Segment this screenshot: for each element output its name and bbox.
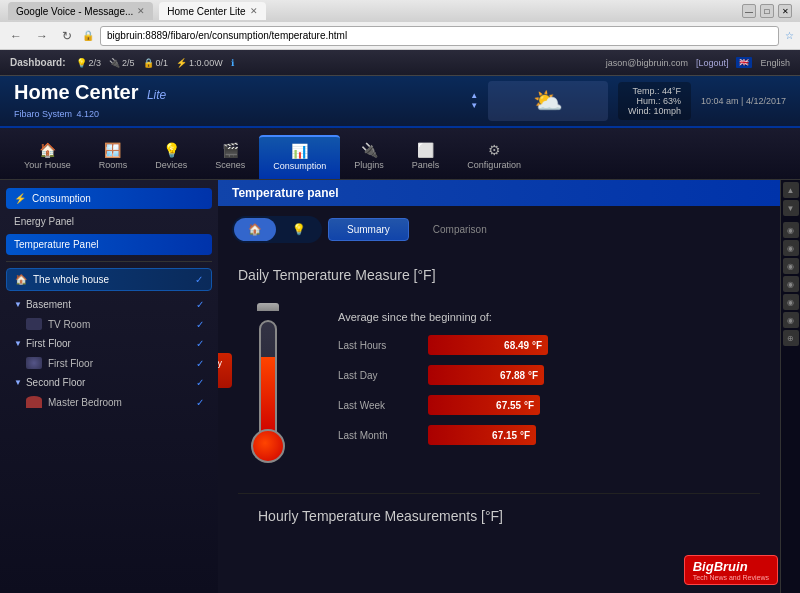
address-input[interactable] <box>100 26 779 46</box>
scroll-action-7[interactable]: ⊕ <box>783 330 799 346</box>
room-first-floor-header[interactable]: ▼ First Floor ✓ <box>6 334 212 353</box>
sidebar: ⚡ Consumption Energy Panel Temperature P… <box>0 180 218 593</box>
tab-scenes[interactable]: 🎬 Scenes <box>201 135 259 179</box>
weather-widget: ⛅ <box>488 81 608 121</box>
back-button[interactable]: ← <box>6 27 26 45</box>
room-first-floor[interactable]: First Floor ✓ <box>6 353 212 373</box>
header-up-arrow[interactable]: ▲ <box>470 91 478 101</box>
avg-hours-bar: 68.49 °F <box>428 335 548 355</box>
tab-configuration[interactable]: ⚙ Configuration <box>453 135 535 179</box>
panel-light-icon: 💡 <box>292 223 306 235</box>
panel-tab-home[interactable]: 🏠 <box>234 218 276 241</box>
avg-day-bar: 67.88 °F <box>428 365 544 385</box>
avg-hours-bar-wrap: 68.49 °F <box>428 335 760 355</box>
scroll-action-4[interactable]: ◉ <box>783 276 799 292</box>
room-second-floor-header[interactable]: ▼ Second Floor ✓ <box>6 373 212 392</box>
master-bedroom-label: Master Bedroom <box>48 397 122 408</box>
energy-panel-label: Energy Panel <box>14 216 74 227</box>
tab-plugins[interactable]: 🔌 Plugins <box>340 135 398 179</box>
status-lock: 🔒 0/1 <box>143 58 169 68</box>
lock-icon: 🔒 <box>143 58 154 68</box>
weather-icon: ⛅ <box>533 87 563 115</box>
tab-panels[interactable]: ⬜ Panels <box>398 135 454 179</box>
tv-room-check: ✓ <box>196 319 204 330</box>
tv-room-thumb <box>26 318 42 330</box>
avg-month-value: 67.15 °F <box>492 430 530 441</box>
tab-consumption[interactable]: 📊 Consumption <box>259 135 340 179</box>
second-floor-expand-icon: ▼ <box>14 378 22 387</box>
avg-week-value: 67.55 °F <box>496 400 534 411</box>
temperature-panel-label: Temperature Panel <box>14 239 99 250</box>
bigbruin-text: BigBruin <box>693 559 769 574</box>
bookmark-icon[interactable]: ☆ <box>785 30 794 41</box>
avg-hours-label: Last Hours <box>338 340 418 351</box>
hourly-title: Hourly Temperature Measurements [°F] <box>258 508 740 524</box>
content-area: Temperature panel 🏠 💡 Summary Comparison… <box>218 180 780 593</box>
room-basement[interactable]: ▼ Basement ✓ <box>6 295 212 314</box>
scroll-action-1[interactable]: ◉ <box>783 222 799 238</box>
panels-label: Panels <box>412 160 440 170</box>
panel-tab-light[interactable]: 💡 <box>278 218 320 241</box>
power-icon: ⚡ <box>176 58 187 68</box>
panel-home-icon: 🏠 <box>248 223 262 235</box>
tab-google-voice[interactable]: Google Voice - Message... ✕ <box>8 2 153 20</box>
secure-icon: 🔒 <box>82 30 94 41</box>
tab-home-center[interactable]: Home Center Lite ✕ <box>159 2 265 20</box>
room-tv-room[interactable]: TV Room ✓ <box>6 314 212 334</box>
master-bedroom-thumb <box>26 396 42 408</box>
browser-titlebar: Google Voice - Message... ✕ Home Center … <box>0 0 800 22</box>
summary-button[interactable]: Summary <box>328 218 409 241</box>
maximize-button[interactable]: □ <box>760 4 774 18</box>
tab-your-house[interactable]: 🏠 Your House <box>10 135 85 179</box>
scroll-action-3[interactable]: ◉ <box>783 258 799 274</box>
tab-devices[interactable]: 💡 Devices <box>141 135 201 179</box>
weather-temp: Temp.: 44°F <box>628 86 681 96</box>
temp-reading-value: 68.50 °F <box>218 368 222 383</box>
whole-house-icon: 🏠 <box>15 274 27 285</box>
scroll-action-5[interactable]: ◉ <box>783 294 799 310</box>
close-button[interactable]: ✕ <box>778 4 792 18</box>
avg-row-hours: Last Hours 68.49 °F <box>338 335 760 355</box>
forward-button[interactable]: → <box>32 27 52 45</box>
header-down-arrow[interactable]: ▼ <box>470 101 478 111</box>
scroll-action-6[interactable]: ◉ <box>783 312 799 328</box>
thermometer <box>238 303 298 463</box>
avg-week-label: Last Week <box>338 400 418 411</box>
avg-row-day: Last Day 67.88 °F <box>338 365 760 385</box>
first-floor-check: ✓ <box>196 338 204 349</box>
avg-day-label: Last Day <box>338 370 418 381</box>
avg-row-month: Last Month 67.15 °F <box>338 425 760 445</box>
scroll-action-2[interactable]: ◉ <box>783 240 799 256</box>
logout-button[interactable]: [Logout] <box>696 58 729 68</box>
minimize-button[interactable]: — <box>742 4 756 18</box>
bigbruin-logo: BigBruin Tech News and Reviews <box>684 555 778 585</box>
room-master-bedroom[interactable]: Master Bedroom ✓ <box>6 392 212 412</box>
whole-house-label: The whole house <box>33 274 109 285</box>
sidebar-temperature-panel[interactable]: Temperature Panel <box>6 234 212 255</box>
thermometer-wrap: 10:04 am Today 68.50 °F <box>238 303 298 463</box>
refresh-button[interactable]: ↻ <box>58 27 76 45</box>
weather-wind: Wind: 10mph <box>628 106 681 116</box>
first-floor-label: First Floor <box>48 358 93 369</box>
language-label: English <box>760 58 790 68</box>
averages-title: Average since the beginning of: <box>338 311 760 323</box>
tab-google-voice-label: Google Voice - Message... <box>16 6 133 17</box>
tab-rooms[interactable]: 🪟 Rooms <box>85 135 142 179</box>
sidebar-consumption[interactable]: ⚡ Consumption <box>6 188 212 209</box>
logo-subtitle-wrap: Fibaro System 4.120 <box>14 103 462 121</box>
scroll-up-button[interactable]: ▲ <box>783 182 799 198</box>
status-light: 💡 2/3 <box>76 58 102 68</box>
logo-subtitle: Fibaro System <box>14 109 72 119</box>
avg-day-value: 67.88 °F <box>500 370 538 381</box>
tab-close-home[interactable]: ✕ <box>250 6 258 16</box>
comparison-button[interactable]: Comparison <box>415 219 505 240</box>
whole-house-button[interactable]: 🏠 The whole house ✓ <box>6 268 212 291</box>
scroll-down-button[interactable]: ▼ <box>783 200 799 216</box>
rooms-icon: 🪟 <box>104 142 121 158</box>
panel-tab-group: 🏠 💡 <box>232 216 322 243</box>
panels-icon: ⬜ <box>417 142 434 158</box>
tab-close-google[interactable]: ✕ <box>137 6 145 16</box>
language-flag: 🇬🇧 <box>736 57 752 68</box>
sidebar-energy-panel[interactable]: Energy Panel <box>6 211 212 232</box>
avg-day-bar-wrap: 67.88 °F <box>428 365 760 385</box>
